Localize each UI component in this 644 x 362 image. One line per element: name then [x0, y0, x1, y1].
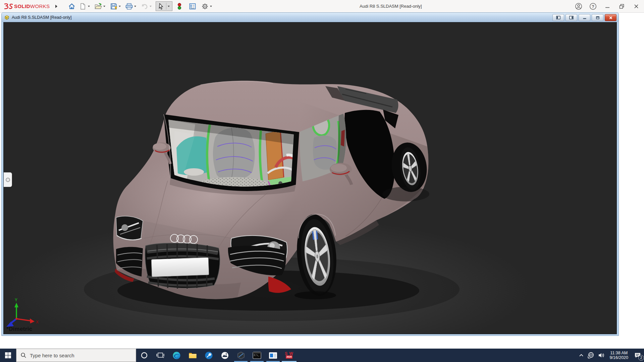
search-placeholder: Type here to search — [30, 353, 74, 358]
windows-taskbar: Type here to search — [0, 349, 644, 362]
separator — [166, 3, 166, 10]
clock-time: 11:38 AM — [609, 351, 628, 355]
volume-icon[interactable] — [598, 352, 605, 359]
start-button[interactable] — [0, 349, 16, 362]
taskbar-item-tools[interactable] — [201, 349, 217, 362]
new-document-button[interactable] — [78, 2, 87, 11]
taskbar-item-composer[interactable] — [233, 349, 249, 362]
taskbar-item-media-app[interactable] — [265, 349, 281, 362]
taskbar-item-edge[interactable] — [168, 349, 184, 362]
triad-x-label: X — [36, 320, 39, 324]
open-dropdown[interactable] — [103, 6, 105, 7]
appbar-right-controls: ? — [574, 0, 641, 12]
action-center-button[interactable]: 2 — [634, 352, 641, 359]
collapse-tab-handle-icon — [6, 178, 10, 182]
media-app-icon — [269, 352, 277, 359]
wrench-circle-icon — [205, 351, 213, 360]
front-grille — [145, 243, 220, 289]
network-globe-icon[interactable] — [587, 352, 595, 359]
edge-icon — [172, 351, 181, 360]
sw-letters: S W — [285, 352, 293, 355]
cortana-icon — [141, 352, 148, 359]
save-dropdown[interactable] — [119, 6, 121, 7]
undo-button[interactable] — [140, 2, 149, 11]
windows-logo-icon — [5, 352, 11, 359]
pane-left-button[interactable] — [552, 14, 564, 21]
open-button[interactable] — [94, 2, 103, 11]
help-button[interactable]: ? — [589, 2, 597, 11]
task-view-icon — [156, 351, 164, 359]
feature-pane-collapse-tab[interactable] — [4, 172, 12, 187]
doc-close-button[interactable] — [605, 14, 616, 21]
close-button[interactable] — [632, 2, 641, 11]
gear-icon — [202, 3, 208, 10]
system-tray: 11:38 AM 9/16/2020 2 — [578, 349, 644, 362]
interference-check-button[interactable] — [175, 2, 184, 11]
menu-flyout-arrow-icon[interactable] — [55, 5, 57, 8]
report-button[interactable] — [188, 2, 197, 11]
new-document-dropdown[interactable] — [88, 6, 90, 7]
taskbar-item-file-explorer[interactable] — [184, 349, 201, 362]
photos-icon — [221, 351, 229, 360]
search-icon — [20, 352, 26, 358]
taskbar-item-photos[interactable] — [217, 349, 233, 362]
taskbar-item-cortana[interactable] — [136, 349, 152, 362]
3d-viewport-canvas[interactable]: Y X — [4, 22, 616, 334]
tray-chevron-icon[interactable] — [578, 353, 584, 358]
pane-right-button[interactable] — [566, 14, 577, 21]
new-document-icon — [80, 3, 86, 10]
doc-minimize-icon — [583, 16, 587, 19]
report-list-icon — [189, 3, 196, 10]
solidworks-logo-icon — [3, 3, 13, 10]
document-window-controls — [552, 14, 616, 21]
close-icon — [634, 4, 639, 9]
save-button[interactable] — [109, 2, 118, 11]
triad-y-label: Y — [15, 298, 17, 302]
graphics-viewport[interactable]: Y X *Dimetric — [3, 22, 617, 334]
screen: SOLIDWORKS — [0, 0, 644, 362]
taskbar-item-task-view[interactable] — [152, 349, 168, 362]
select-tool-dropdown[interactable] — [168, 6, 170, 7]
select-tool-button[interactable] — [157, 2, 165, 11]
notification-count-badge: 2 — [638, 355, 644, 361]
file-explorer-icon — [189, 352, 197, 359]
taskbar-item-command-prompt[interactable]: C:\_ — [249, 349, 265, 362]
undo-dropdown[interactable] — [150, 6, 152, 7]
restore-button[interactable] — [618, 2, 626, 11]
license-plate — [151, 257, 209, 277]
solidworks-logo[interactable]: SOLIDWORKS — [3, 3, 50, 10]
document-title: Audi R8 S.SLDASM [Read-only] — [12, 15, 72, 20]
account-button[interactable] — [574, 2, 583, 11]
doc-close-icon — [609, 16, 613, 19]
left-headlight — [116, 216, 143, 240]
print-dropdown[interactable] — [134, 6, 136, 7]
document-titlebar[interactable]: Audi R8 S.SLDASM [Read-only] — [2, 13, 619, 22]
settings-button[interactable] — [201, 2, 209, 11]
restore-icon — [619, 4, 625, 9]
print-button[interactable] — [125, 2, 133, 11]
taskbar-search[interactable]: Type here to search — [16, 349, 136, 362]
app-titlebar: SOLIDWORKS — [0, 0, 644, 13]
save-icon — [110, 3, 117, 10]
doc-minimize-button[interactable] — [579, 14, 590, 21]
taskbar-clock[interactable]: 11:38 AM 9/16/2020 — [609, 351, 628, 360]
pane-right-icon — [569, 16, 574, 19]
help-icon: ? — [589, 3, 597, 10]
app-title: Audi R8 S.SLDASM [Read-only] — [360, 0, 422, 12]
print-icon — [125, 3, 133, 10]
help-glyph: ? — [592, 4, 594, 9]
taskbar-item-solidworks[interactable]: S W 2020 — [281, 349, 297, 362]
account-icon — [575, 3, 582, 10]
undo-icon — [141, 3, 148, 10]
document-window: Audi R8 S.SLDASM [Read-only] — [1, 12, 619, 336]
solidworks-taskbar-icon: S W 2020 — [285, 352, 293, 359]
home-button[interactable] — [67, 2, 76, 11]
settings-dropdown[interactable] — [210, 6, 212, 7]
assembly-document-icon — [4, 15, 10, 20]
cmd-text: C:\_ — [254, 354, 259, 357]
doc-restore-button[interactable] — [592, 14, 603, 21]
minimize-icon — [605, 4, 610, 9]
command-prompt-icon: C:\_ — [253, 352, 261, 359]
view-orientation-label: *Dimetric — [6, 326, 32, 333]
minimize-button[interactable] — [603, 2, 612, 11]
